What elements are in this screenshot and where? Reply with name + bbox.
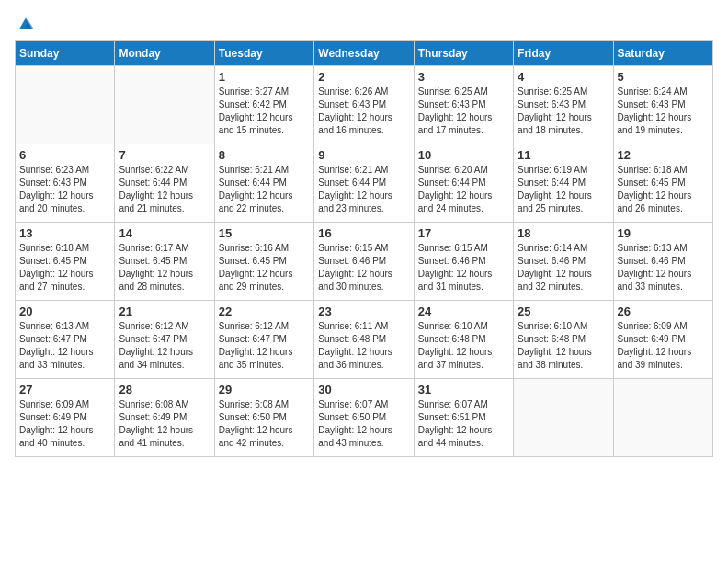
calendar-day-cell: 18Sunrise: 6:14 AMSunset: 6:46 PMDayligh… <box>514 223 613 301</box>
calendar-day-cell <box>16 66 115 144</box>
day-number: 2 <box>318 70 409 84</box>
calendar-day-cell: 9Sunrise: 6:21 AMSunset: 6:44 PMDaylight… <box>314 144 414 223</box>
day-info: Sunrise: 6:26 AMSunset: 6:43 PMDaylight:… <box>318 86 409 137</box>
day-number: 11 <box>518 148 609 162</box>
calendar-day-cell: 6Sunrise: 6:23 AMSunset: 6:43 PMDaylight… <box>16 144 115 223</box>
calendar-day-cell: 24Sunrise: 6:10 AMSunset: 6:48 PMDayligh… <box>414 301 513 379</box>
day-info: Sunrise: 6:07 AMSunset: 6:50 PMDaylight:… <box>318 398 409 450</box>
day-info: Sunrise: 6:08 AMSunset: 6:50 PMDaylight:… <box>219 398 310 450</box>
weekday-header-cell: Saturday <box>613 41 712 66</box>
day-number: 9 <box>318 148 409 162</box>
day-info: Sunrise: 6:14 AMSunset: 6:46 PMDaylight:… <box>518 242 609 293</box>
day-number: 20 <box>19 304 110 318</box>
day-number: 5 <box>618 70 709 84</box>
day-info: Sunrise: 6:18 AMSunset: 6:45 PMDaylight:… <box>19 242 110 293</box>
day-number: 8 <box>219 148 310 162</box>
day-info: Sunrise: 6:10 AMSunset: 6:48 PMDaylight:… <box>518 320 609 372</box>
day-number: 21 <box>119 304 210 318</box>
day-info: Sunrise: 6:15 AMSunset: 6:46 PMDaylight:… <box>418 242 509 293</box>
calendar-day-cell: 15Sunrise: 6:16 AMSunset: 6:45 PMDayligh… <box>214 223 313 301</box>
page-header <box>15 15 713 33</box>
weekday-header-cell: Thursday <box>414 41 513 66</box>
calendar-day-cell: 31Sunrise: 6:07 AMSunset: 6:51 PMDayligh… <box>414 379 513 457</box>
day-number: 12 <box>618 148 709 162</box>
day-number: 6 <box>19 148 110 162</box>
calendar-day-cell: 10Sunrise: 6:20 AMSunset: 6:44 PMDayligh… <box>414 144 513 223</box>
calendar-week-row: 1Sunrise: 6:27 AMSunset: 6:42 PMDaylight… <box>16 66 713 144</box>
day-info: Sunrise: 6:11 AMSunset: 6:48 PMDaylight:… <box>318 320 409 372</box>
day-info: Sunrise: 6:13 AMSunset: 6:46 PMDaylight:… <box>618 242 709 293</box>
weekday-header-cell: Friday <box>514 41 613 66</box>
day-number: 24 <box>418 304 509 318</box>
calendar-day-cell: 25Sunrise: 6:10 AMSunset: 6:48 PMDayligh… <box>514 301 613 379</box>
day-info: Sunrise: 6:08 AMSunset: 6:49 PMDaylight:… <box>119 398 210 450</box>
calendar-week-row: 27Sunrise: 6:09 AMSunset: 6:49 PMDayligh… <box>16 379 713 457</box>
calendar-day-cell: 8Sunrise: 6:21 AMSunset: 6:44 PMDaylight… <box>214 144 313 223</box>
calendar-body: 1Sunrise: 6:27 AMSunset: 6:42 PMDaylight… <box>16 66 713 457</box>
calendar-day-cell: 26Sunrise: 6:09 AMSunset: 6:49 PMDayligh… <box>613 301 712 379</box>
day-number: 13 <box>19 226 110 240</box>
day-info: Sunrise: 6:21 AMSunset: 6:44 PMDaylight:… <box>318 164 409 215</box>
day-info: Sunrise: 6:13 AMSunset: 6:47 PMDaylight:… <box>19 320 110 372</box>
day-number: 31 <box>418 383 509 396</box>
day-number: 25 <box>518 304 609 318</box>
day-number: 1 <box>219 70 310 84</box>
calendar-day-cell: 21Sunrise: 6:12 AMSunset: 6:47 PMDayligh… <box>115 301 214 379</box>
calendar-day-cell: 28Sunrise: 6:08 AMSunset: 6:49 PMDayligh… <box>115 379 214 457</box>
calendar-day-cell: 19Sunrise: 6:13 AMSunset: 6:46 PMDayligh… <box>613 223 712 301</box>
calendar-day-cell: 23Sunrise: 6:11 AMSunset: 6:48 PMDayligh… <box>314 301 414 379</box>
day-number: 16 <box>318 226 409 240</box>
day-info: Sunrise: 6:25 AMSunset: 6:43 PMDaylight:… <box>518 86 609 137</box>
calendar-day-cell: 29Sunrise: 6:08 AMSunset: 6:50 PMDayligh… <box>214 379 313 457</box>
day-number: 22 <box>219 304 310 318</box>
day-number: 10 <box>418 148 509 162</box>
day-number: 4 <box>518 70 609 84</box>
calendar-day-cell: 11Sunrise: 6:19 AMSunset: 6:44 PMDayligh… <box>514 144 613 223</box>
day-info: Sunrise: 6:17 AMSunset: 6:45 PMDaylight:… <box>119 242 210 293</box>
day-number: 14 <box>119 226 210 240</box>
day-info: Sunrise: 6:12 AMSunset: 6:47 PMDaylight:… <box>119 320 210 372</box>
day-info: Sunrise: 6:22 AMSunset: 6:44 PMDaylight:… <box>119 164 210 215</box>
calendar-day-cell: 3Sunrise: 6:25 AMSunset: 6:43 PMDaylight… <box>414 66 513 144</box>
day-info: Sunrise: 6:27 AMSunset: 6:42 PMDaylight:… <box>219 86 310 137</box>
calendar-day-cell: 22Sunrise: 6:12 AMSunset: 6:47 PMDayligh… <box>214 301 313 379</box>
day-info: Sunrise: 6:16 AMSunset: 6:45 PMDaylight:… <box>219 242 310 293</box>
calendar-week-row: 6Sunrise: 6:23 AMSunset: 6:43 PMDaylight… <box>16 144 713 223</box>
day-number: 30 <box>318 383 409 396</box>
day-number: 19 <box>618 226 709 240</box>
weekday-header-cell: Wednesday <box>314 41 414 66</box>
day-info: Sunrise: 6:10 AMSunset: 6:48 PMDaylight:… <box>418 320 509 372</box>
logo-icon <box>17 15 35 33</box>
calendar-week-row: 13Sunrise: 6:18 AMSunset: 6:45 PMDayligh… <box>16 223 713 301</box>
day-info: Sunrise: 6:20 AMSunset: 6:44 PMDaylight:… <box>418 164 509 215</box>
calendar-day-cell: 16Sunrise: 6:15 AMSunset: 6:46 PMDayligh… <box>314 223 414 301</box>
day-number: 23 <box>318 304 409 318</box>
calendar-day-cell: 27Sunrise: 6:09 AMSunset: 6:49 PMDayligh… <box>16 379 115 457</box>
day-number: 27 <box>19 383 110 396</box>
day-number: 15 <box>219 226 310 240</box>
day-info: Sunrise: 6:07 AMSunset: 6:51 PMDaylight:… <box>418 398 509 450</box>
weekday-header-row: SundayMondayTuesdayWednesdayThursdayFrid… <box>16 41 713 66</box>
calendar-day-cell: 12Sunrise: 6:18 AMSunset: 6:45 PMDayligh… <box>613 144 712 223</box>
calendar-day-cell <box>613 379 712 457</box>
day-info: Sunrise: 6:12 AMSunset: 6:47 PMDaylight:… <box>219 320 310 372</box>
calendar-day-cell: 5Sunrise: 6:24 AMSunset: 6:43 PMDaylight… <box>613 66 712 144</box>
calendar-day-cell: 1Sunrise: 6:27 AMSunset: 6:42 PMDaylight… <box>214 66 313 144</box>
day-info: Sunrise: 6:24 AMSunset: 6:43 PMDaylight:… <box>618 86 709 137</box>
calendar-day-cell <box>514 379 613 457</box>
day-info: Sunrise: 6:19 AMSunset: 6:44 PMDaylight:… <box>518 164 609 215</box>
day-info: Sunrise: 6:23 AMSunset: 6:43 PMDaylight:… <box>19 164 110 215</box>
day-number: 3 <box>418 70 509 84</box>
day-number: 7 <box>119 148 210 162</box>
weekday-header-cell: Sunday <box>16 41 115 66</box>
weekday-header-cell: Tuesday <box>214 41 313 66</box>
logo <box>15 15 35 33</box>
day-number: 17 <box>418 226 509 240</box>
calendar-day-cell: 2Sunrise: 6:26 AMSunset: 6:43 PMDaylight… <box>314 66 414 144</box>
day-number: 26 <box>618 304 709 318</box>
day-number: 29 <box>219 383 310 396</box>
calendar-week-row: 20Sunrise: 6:13 AMSunset: 6:47 PMDayligh… <box>16 301 713 379</box>
calendar-day-cell: 14Sunrise: 6:17 AMSunset: 6:45 PMDayligh… <box>115 223 214 301</box>
day-number: 18 <box>518 226 609 240</box>
day-info: Sunrise: 6:25 AMSunset: 6:43 PMDaylight:… <box>418 86 509 137</box>
